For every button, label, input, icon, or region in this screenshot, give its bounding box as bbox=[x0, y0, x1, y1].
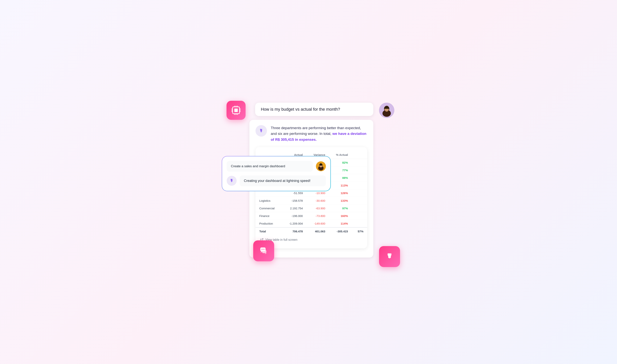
chat-panel-inner: Create a sales and margin dashboard bbox=[222, 156, 330, 191]
table-row-commercial: Commercial 2.192.754 -63.900 97% bbox=[256, 205, 367, 212]
svg-point-40 bbox=[264, 249, 264, 250]
panel-ai-response-bubble: Creating your dashboard at lightning spe… bbox=[240, 175, 326, 186]
panel-ai-reply-row: Creating your dashboard at lightning spe… bbox=[227, 175, 326, 186]
table-row-total: Total 706.478 401.063 -305.415 57% bbox=[256, 227, 367, 235]
ai-chip-icon[interactable]: AI bbox=[227, 101, 246, 120]
panel-user-avatar bbox=[316, 161, 326, 171]
panel-user-prompt-bubble: Create a sales and margin dashboard bbox=[227, 161, 313, 172]
ai-response-text: Three departments are performing better … bbox=[271, 125, 367, 143]
svg-point-38 bbox=[261, 249, 262, 250]
table-row-finance: Finance -196.000 -73.800 160% bbox=[256, 212, 367, 220]
table-row-production: Production -1.209.004 -149.600 114% bbox=[256, 220, 367, 228]
panel-user-prompt-text: Create a sales and margin dashboard bbox=[231, 164, 285, 168]
panel-user-prompt-row: Create a sales and margin dashboard bbox=[227, 161, 326, 172]
table-row-logistics: Logistics -158.578 -30.600 133% bbox=[256, 197, 367, 205]
user-message-text: How is my budget vs actual for the month… bbox=[261, 107, 340, 112]
panel-ai-reply-text: Creating your dashboard at lightning spe… bbox=[244, 179, 310, 183]
svg-point-39 bbox=[262, 249, 263, 250]
svg-point-32 bbox=[231, 180, 232, 182]
flower-app-icon[interactable] bbox=[379, 246, 400, 267]
user-avatar bbox=[379, 103, 394, 118]
panel-ai-small-icon bbox=[227, 176, 237, 186]
svg-text:AI: AI bbox=[235, 109, 237, 111]
chat-app-icon[interactable] bbox=[253, 240, 274, 261]
svg-rect-36 bbox=[262, 250, 266, 253]
ai-small-icon bbox=[256, 125, 267, 137]
col-pct: % Actual bbox=[329, 151, 352, 159]
user-message-bubble: How is my budget vs actual for the month… bbox=[255, 103, 373, 116]
svg-marker-37 bbox=[265, 253, 267, 254]
svg-line-24 bbox=[261, 238, 263, 240]
svg-point-22 bbox=[261, 130, 262, 132]
ai-icon-wrapper: AI bbox=[227, 101, 246, 120]
svg-point-44 bbox=[388, 256, 391, 258]
chat-panel-outer: Create a sales and margin dashboard bbox=[222, 156, 331, 191]
